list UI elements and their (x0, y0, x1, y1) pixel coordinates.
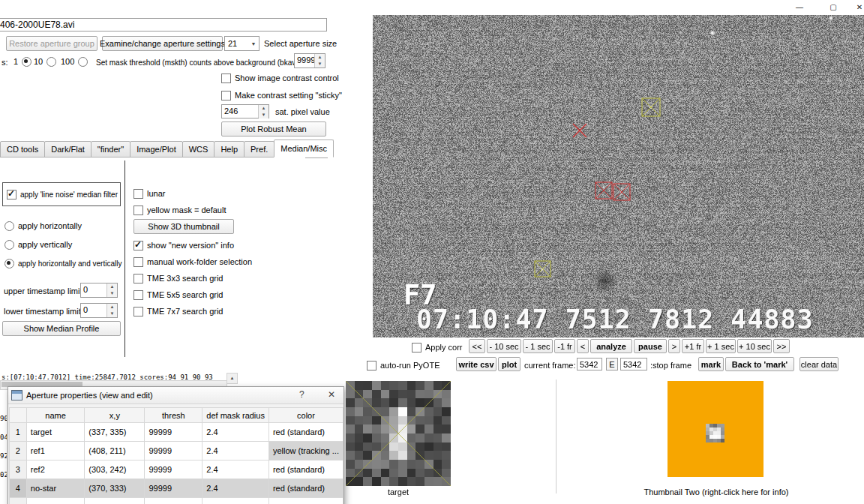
table-row[interactable] (10, 498, 344, 504)
spin-up-icon[interactable]: ▲ (315, 54, 325, 61)
tab-finder[interactable]: "finder" (91, 141, 130, 158)
maximize-icon[interactable]: ▢ (825, 2, 842, 13)
column-header[interactable]: color (268, 408, 343, 423)
upper-timestamp-spinbox[interactable]: 0 ▲▼ (80, 283, 118, 298)
tme-3x3-checkbox[interactable]: TME 3x3 search grid (134, 273, 223, 284)
step-forward-button[interactable]: > (668, 339, 680, 353)
cell-name[interactable]: ref2 (26, 460, 84, 479)
auto-run-pyote-checkbox[interactable]: auto-run PyOTE (367, 360, 440, 370)
spin-up-icon[interactable]: ▲ (259, 105, 268, 112)
apply-both-radio[interactable]: apply horizontally and vertically (4, 258, 122, 268)
back-to-mark-button[interactable]: Back to 'mark' (725, 357, 794, 371)
cell-xy[interactable]: (370, 333) (85, 479, 145, 498)
table-row[interactable]: 3 ref2 (303, 242) 99999 2.4 red (standar… (10, 460, 344, 479)
sat-pixel-spinbox[interactable]: 246 ▲▼ (221, 104, 269, 118)
step-100-radio[interactable]: 100 (61, 56, 88, 67)
spin-down-icon[interactable]: ▼ (107, 290, 117, 297)
line-noise-filter-checkbox[interactable]: apply 'line noise' median filter (7, 189, 118, 200)
cell-xy[interactable]: (408, 211) (85, 442, 145, 460)
table-row[interactable]: 4 no-star (370, 333) 99999 2.4 red (stan… (10, 479, 344, 498)
step-10-radio[interactable]: 10 (34, 56, 56, 67)
log-scroll-up-icon[interactable]: ▲ (226, 373, 238, 384)
clear-data-button[interactable]: clear data (800, 357, 838, 371)
minus-1-frame-button[interactable]: -1 fr (554, 339, 575, 353)
minimize-icon[interactable]: — (791, 2, 808, 13)
column-header[interactable]: def mask radius (202, 408, 269, 423)
dialog-close-icon[interactable]: ✕ (328, 389, 335, 400)
tab-pref[interactable]: Pref. (244, 141, 274, 158)
tme-5x5-checkbox[interactable]: TME 5x5 search grid (134, 290, 223, 300)
lower-timestamp-spinbox[interactable]: 0 ▲▼ (80, 303, 118, 318)
table-row[interactable]: 2 ref1 (408, 211) 99999 2.4 yellow (trac… (10, 442, 344, 460)
tab-help[interactable]: Help (214, 141, 244, 158)
write-csv-button[interactable]: write csv (456, 357, 496, 371)
step-1-radio[interactable]: 1 (14, 56, 32, 67)
tab-dark-flat[interactable]: Dark/Flat (44, 141, 92, 158)
apply-corr-checkbox[interactable]: Apply corr (412, 342, 463, 352)
cell-name[interactable]: no-star (26, 479, 84, 498)
help-icon[interactable]: ? (299, 389, 304, 400)
plus-1-sec-button[interactable]: + 1 sec (706, 339, 736, 353)
plus-10-sec-button[interactable]: + 10 sec (737, 339, 772, 353)
cell-radius[interactable]: 2.4 (202, 442, 269, 460)
mask-threshold-spinbox[interactable]: 99999 ▲▼ (294, 53, 326, 68)
pause-button[interactable]: pause (634, 339, 667, 353)
video-frame-image[interactable] (373, 15, 864, 338)
apply-horizontally-radio[interactable]: apply horizontally (4, 220, 82, 231)
minus-10-sec-button[interactable]: - 10 sec (487, 339, 521, 353)
tab-median-misc[interactable]: Median/Misc (274, 140, 334, 158)
jump-start-button[interactable]: << (469, 339, 485, 353)
cell-thresh[interactable]: 99999 (145, 479, 202, 498)
analyze-button[interactable]: analyze (590, 339, 632, 353)
show-3d-thumbnail-button[interactable]: Show 3D thumbnail (134, 219, 234, 234)
spin-down-icon[interactable]: ▼ (315, 61, 325, 68)
tab-image-plot[interactable]: Image/Plot (130, 141, 183, 158)
cell-name[interactable]: ref1 (26, 442, 84, 460)
cell-xy[interactable]: (337, 335) (85, 423, 145, 442)
tme-7x7-checkbox[interactable]: TME 7x7 search grid (134, 306, 223, 316)
spin-down-icon[interactable]: ▼ (259, 112, 268, 118)
spin-down-icon[interactable]: ▼ (107, 310, 117, 317)
cell-color[interactable]: yellow (tracking ... (268, 442, 343, 460)
examine-aperture-settings-button[interactable]: Examine/change aperture settings (102, 36, 223, 51)
lunar-checkbox[interactable]: lunar (134, 188, 165, 199)
jump-end-button[interactable]: >> (773, 339, 790, 353)
cell-radius[interactable]: 2.4 (202, 460, 269, 479)
tab-wcs[interactable]: WCS (182, 141, 215, 158)
plus-1-frame-button[interactable]: +1 fr (682, 339, 704, 353)
show-median-profile-button[interactable]: Show Median Profile (2, 321, 121, 336)
new-version-info-checkbox[interactable]: show "new version" info (134, 240, 234, 250)
apply-vertically-radio[interactable]: apply vertically (4, 239, 72, 250)
spin-up-icon[interactable]: ▲ (107, 284, 117, 290)
mark-button[interactable]: mark (698, 357, 724, 371)
cell-color[interactable]: red (standard) (268, 460, 343, 479)
cell-thresh[interactable]: 99999 (145, 460, 202, 479)
spin-up-icon[interactable]: ▲ (107, 304, 117, 310)
plot-robust-mean-button[interactable]: Plot Robust Mean (221, 122, 326, 136)
sticky-contrast-checkbox[interactable]: Make contrast setting "sticky" (221, 90, 342, 100)
filename-input[interactable] (0, 18, 327, 32)
minus-1-sec-button[interactable]: - 1 sec (523, 339, 553, 353)
manual-work-folder-checkbox[interactable]: manual work-folder selection (134, 256, 252, 267)
dialog-titlebar[interactable]: Aperture properties (view and edit) ? ✕ (8, 387, 344, 404)
plot-button[interactable]: plot (498, 357, 520, 371)
thumbnail-two-panel[interactable] (668, 381, 764, 477)
show-contrast-checkbox[interactable]: Show image contrast control (221, 73, 339, 83)
column-header[interactable]: name (26, 408, 84, 423)
table-row[interactable]: 1 target (337, 335) 99999 2.4 red (stand… (10, 423, 344, 442)
close-icon[interactable]: ✕ (851, 2, 864, 13)
aperture-yellow-box-1[interactable] (641, 98, 661, 117)
cell-thresh[interactable]: 99999 (145, 442, 202, 460)
cell-radius[interactable]: 2.4 (202, 423, 269, 442)
column-header[interactable]: x,y (85, 408, 145, 423)
aperture-red-pair[interactable] (595, 179, 632, 202)
cell-color[interactable]: red (standard) (268, 479, 343, 498)
aperture-size-select[interactable]: 21 ▼ (224, 36, 260, 51)
tab-ccd-tools[interactable]: CD tools (0, 141, 45, 158)
aperture-yellow-box-2[interactable] (534, 260, 551, 278)
cell-radius[interactable]: 2.4 (202, 479, 269, 498)
yellow-mask-checkbox[interactable]: yellow mask = default (134, 205, 226, 215)
step-back-button[interactable]: < (577, 339, 589, 353)
current-frame-field[interactable] (577, 358, 602, 370)
cell-color[interactable]: red (standard) (268, 423, 343, 442)
